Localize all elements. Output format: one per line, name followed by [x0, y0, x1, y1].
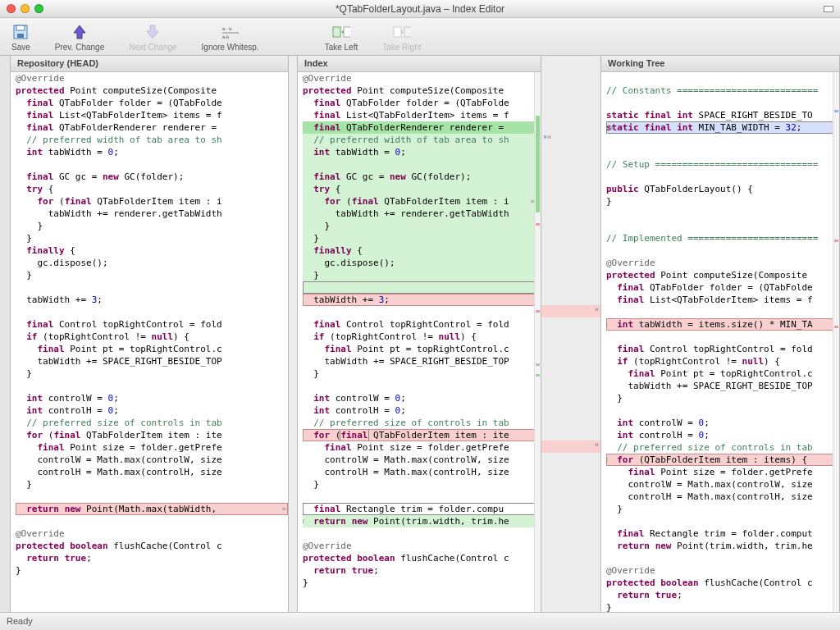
code-line[interactable]: final Point size = folder.getPrefe: [16, 441, 288, 454]
code-line[interactable]: int tabWidth = 0;: [303, 146, 541, 158]
code-line[interactable]: [606, 404, 839, 417]
code-line[interactable]: final Point pt = topRightControl.c: [606, 368, 839, 380]
code-line[interactable]: }: [16, 220, 288, 232]
code-line[interactable]: return true;: [16, 552, 288, 564]
code-line[interactable]: return new Point(trim.width, trim.he: [606, 540, 839, 552]
take-left-button[interactable]: Take Left: [325, 23, 358, 52]
code-line[interactable]: final GC gc = new GC(folder);: [303, 171, 541, 183]
code-line[interactable]: gc.dispose();: [303, 257, 541, 269]
code-line[interactable]: return new Point(Math.max(tabWidth, »: [16, 503, 288, 515]
code-line[interactable]: controlH = Math.max(controlH, size: [16, 466, 288, 478]
code-line[interactable]: static final int SPACE_RIGHT_BESIDE_TO: [606, 109, 839, 121]
code-line[interactable]: tabWidth += SPACE_RIGHT_BESIDE_TOP: [303, 355, 541, 368]
code-line[interactable]: int controlH = 0;: [606, 429, 839, 441]
code-line[interactable]: [606, 552, 839, 564]
code-line[interactable]: }: [303, 478, 541, 491]
code-line[interactable]: [303, 527, 541, 540]
code-line[interactable]: int controlW = 0;: [606, 417, 839, 429]
code-line[interactable]: if (topRightControl != null) {: [606, 355, 839, 368]
code-line[interactable]: [606, 244, 839, 257]
code-line[interactable]: // preferred size of controls in tab: [303, 417, 541, 429]
code-line[interactable]: final Rectangle trim = folder.comput: [606, 527, 839, 540]
code-line[interactable]: final QTabFolder folder = (QTabFolde: [606, 281, 839, 294]
code-line[interactable]: int controlW = 0;: [16, 392, 288, 404]
code-line[interactable]: public QTabFolderLayout() {: [606, 183, 839, 195]
code-line[interactable]: }: [606, 601, 839, 612]
code-line[interactable]: final Control topRightControl = fold: [303, 318, 541, 331]
code-line[interactable]: ×«static final int MIN_TAB_WIDTH = 32;: [606, 121, 839, 134]
code-line[interactable]: if (topRightControl != null) {: [303, 331, 541, 343]
code-line[interactable]: protected boolean flushCache(Control c: [606, 577, 839, 589]
gutter-left[interactable]: [289, 56, 297, 612]
code-line[interactable]: [606, 171, 839, 183]
code-line[interactable]: final Point size = folder.getPrefe: [303, 441, 541, 454]
restore-icon[interactable]: [824, 6, 833, 12]
code-line[interactable]: tabWidth += SPACE_RIGHT_BESIDE_TOP: [16, 355, 288, 368]
code-line[interactable]: if (topRightControl != null) {: [16, 331, 288, 343]
code-line[interactable]: @Override: [606, 564, 839, 577]
code-line[interactable]: }: [606, 195, 839, 208]
code-line[interactable]: « for (QTabFolderItem item : items) {: [606, 454, 839, 466]
code-line[interactable]: [303, 306, 541, 318]
code-line[interactable]: controlW = Math.max(controlW, size: [606, 478, 839, 491]
diff-glyph[interactable]: «: [595, 441, 599, 449]
code-line[interactable]: }: [16, 232, 288, 244]
code-line[interactable]: [303, 491, 541, 503]
code-line[interactable]: int controlH = 0;: [16, 404, 288, 417]
code-line[interactable]: final QTabFolder folder = (QTabFolde: [16, 97, 288, 109]
code-line[interactable]: return true;: [606, 589, 839, 601]
code-line[interactable]: [16, 491, 288, 503]
code-line[interactable]: [16, 515, 288, 527]
code-line[interactable]: × return new Point(trim.width, trim.he: [303, 515, 541, 527]
code-line[interactable]: }: [303, 220, 541, 232]
code-line[interactable]: [16, 158, 288, 171]
code-line[interactable]: gc.dispose();: [16, 257, 288, 269]
code-line[interactable]: // preferred width of tab area to sh: [16, 134, 288, 146]
code-line[interactable]: return true;: [303, 564, 541, 577]
code-line[interactable]: }: [16, 269, 288, 281]
code-head[interactable]: @Overrideprotected Point computeSize(Com…: [11, 72, 288, 612]
code-line[interactable]: finally {: [16, 244, 288, 257]
diff-glyph[interactable]: ×«: [543, 133, 551, 141]
diff-glyph[interactable]: «: [595, 305, 599, 313]
code-line[interactable]: [606, 72, 839, 84]
code-line[interactable]: try {: [16, 183, 288, 195]
close-window-icon[interactable]: [7, 4, 16, 13]
overview-ruler[interactable]: [534, 72, 541, 612]
code-line[interactable]: for (final QTabFolderItem item : i: [16, 195, 288, 208]
code-line[interactable]: tabWidth += renderer.getTabWidth: [16, 208, 288, 220]
code-line[interactable]: try {: [303, 183, 541, 195]
minimize-window-icon[interactable]: [21, 4, 30, 13]
code-line[interactable]: int controlW = 0;: [303, 392, 541, 404]
code-line[interactable]: final QTabFolderRenderer renderer =: [16, 121, 288, 134]
code-line[interactable]: @Override: [303, 72, 541, 84]
code-line[interactable]: for (final QTabFolderItem item : ite: [16, 429, 288, 441]
code-line[interactable]: final QTabFolderRenderer renderer =: [303, 121, 541, 134]
code-line[interactable]: }: [303, 368, 541, 380]
code-line[interactable]: protected Point computeSize(Composite: [606, 269, 839, 281]
code-line[interactable]: final QTabFolder folder = (QTabFolde: [303, 97, 541, 109]
code-line[interactable]: [606, 306, 839, 318]
code-line[interactable]: final List<QTabFolderItem> items = f: [606, 294, 839, 306]
code-line[interactable]: [606, 515, 839, 527]
code-line[interactable]: // Setup ==============================: [606, 158, 839, 171]
ignore-whitespace-button[interactable]: a···ba·b Ignore Whitesp.: [202, 23, 259, 52]
code-line[interactable]: @Override: [16, 527, 288, 540]
code-line[interactable]: « int tabWidth = items.size() * MIN_TA: [606, 318, 839, 331]
code-line[interactable]: }: [16, 564, 288, 577]
code-line[interactable]: tabWidth += 3;»: [303, 294, 541, 306]
code-line[interactable]: [303, 380, 541, 392]
code-line[interactable]: for (final QTabFolderItem item : ite»: [303, 429, 541, 441]
code-line[interactable]: }: [16, 368, 288, 380]
code-line[interactable]: protected Point computeSize(Composite: [16, 84, 288, 97]
code-line[interactable]: }: [606, 503, 839, 515]
code-line[interactable]: [606, 331, 839, 343]
code-line[interactable]: final Rectangle trim = folder.compu▸: [303, 503, 541, 515]
code-line[interactable]: controlW = Math.max(controlW, size: [16, 454, 288, 466]
code-line[interactable]: // Implemented ========================: [606, 232, 839, 244]
code-line[interactable]: // preferred width of tab area to sh: [303, 134, 541, 146]
code-line[interactable]: @Override: [606, 257, 839, 269]
code-line[interactable]: }: [303, 269, 541, 281]
code-line[interactable]: tabWidth += 3;: [16, 294, 288, 306]
code-line[interactable]: // preferred size of controls in tab: [606, 441, 839, 454]
